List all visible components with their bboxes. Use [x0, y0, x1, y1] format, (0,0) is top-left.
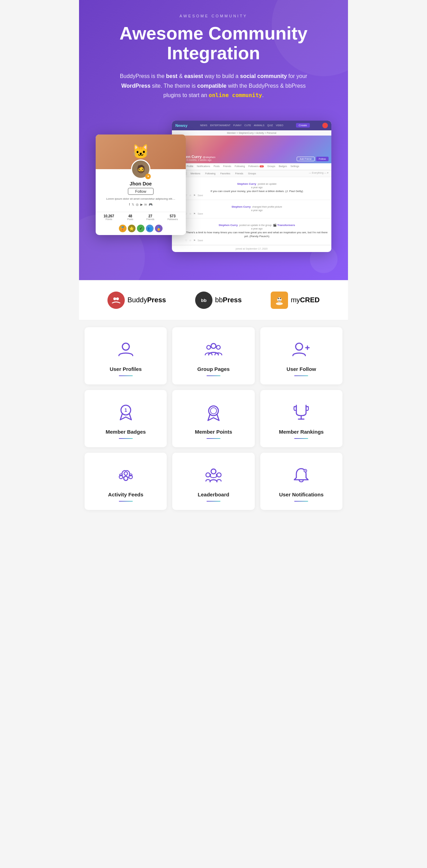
flag-icon[interactable]: ⚑ [193, 194, 195, 197]
feature-label: User Follow [266, 366, 337, 372]
svg-point-24 [124, 476, 128, 480]
instagram-icon[interactable]: ◎ [136, 203, 139, 206]
mycred-name: myCRED [291, 296, 320, 304]
flag-icon[interactable]: ⚑ [193, 212, 195, 215]
feature-divider [294, 501, 308, 502]
svg-point-27 [124, 472, 128, 475]
mycred-icon [271, 292, 288, 309]
svg-point-15 [296, 343, 303, 350]
activity-subtabs: Personal Mentions Following Favorites Fr… [172, 170, 331, 177]
feature-label: Leaderboard [178, 492, 249, 497]
facebook-icon[interactable]: f [129, 203, 130, 206]
user-avatar-small [322, 123, 328, 128]
social-links: f 𝕏 ◎ ▶ in 🎮 [101, 203, 180, 206]
tab-badges[interactable]: Badges [279, 163, 287, 170]
user-notifications-icon [290, 464, 312, 486]
feature-divider [119, 438, 133, 439]
features-section: User Profiles Group Pages [79, 320, 348, 517]
tab-notifications[interactable]: Notifications [197, 163, 210, 170]
tab-posts[interactable]: Posts [214, 163, 220, 170]
screenshots-container: 🐱 🧔 ★ Jhon Doe Follow Lorem ipsum dolor … [96, 114, 331, 259]
tab-settings[interactable]: Settings [290, 163, 299, 170]
subtab-favorites[interactable]: Favorites [219, 172, 232, 175]
feature-divider [294, 438, 308, 439]
gold-star-badge: ★ [145, 174, 151, 179]
tab-groups[interactable]: Groups [267, 163, 275, 170]
feature-label: Activity Feeds [90, 492, 161, 497]
create-button[interactable]: Create [296, 123, 310, 128]
profile-badges-row: 🥉 ⭐ ✓ 👥 🏅 [96, 223, 186, 235]
hero-description: BuddyPress is the best & easiest way to … [113, 71, 314, 100]
feature-card-user-notifications: User Notifications [260, 453, 342, 510]
linkedin-icon[interactable]: in [145, 203, 147, 206]
tab-followers[interactable]: Followers 11 [249, 163, 264, 170]
hero-title: Awesome Community Integration [86, 24, 341, 63]
profile-tabs: Activity Profile Notifications Posts Fri… [172, 163, 331, 170]
svg-point-31 [206, 473, 210, 477]
svg-point-7 [276, 302, 283, 305]
subtab-friends[interactable]: Friends [234, 172, 244, 175]
star-icon[interactable]: ☆ [189, 194, 191, 197]
subtab-groups[interactable]: Groups [247, 172, 258, 175]
subtab-mentions[interactable]: Mentions [189, 172, 202, 175]
tab-following[interactable]: Following [235, 163, 245, 170]
feature-label: Group Pages [178, 366, 249, 372]
joined-date: joined at September 17, 2020 [172, 245, 331, 252]
badge-group: 👥 [146, 225, 154, 232]
member-badges-icon: 1 [115, 401, 137, 423]
star-icon[interactable]: ☆ [189, 212, 191, 215]
svg-point-14 [216, 345, 220, 349]
feature-divider [207, 438, 220, 439]
hero-section: AWESOME COMMUNITY Awesome Community Inte… [79, 0, 348, 280]
tab-profile[interactable]: Profile [186, 163, 193, 170]
feed-item: SC Stephen Curry changed their profile p… [172, 200, 331, 218]
twitch-icon[interactable]: 🎮 [149, 203, 152, 206]
svg-point-9 [280, 298, 281, 299]
subtab-following[interactable]: Following [204, 172, 217, 175]
logos-section: BuddyPress bb bbPress myCRED [79, 280, 348, 320]
svg-text:1: 1 [124, 407, 127, 413]
badge-star: ⭐ [128, 225, 136, 232]
feed-item-content: Stephen Curry changed their profile pict… [185, 203, 329, 215]
svg-point-32 [217, 473, 221, 477]
profile-name: Jhon Doe [101, 181, 180, 186]
profile-stats: 10,267 Points 48 Posts 27 Friends 573 Fo… [96, 212, 186, 223]
add-friend-button[interactable]: Add Friend [297, 157, 315, 161]
buddypress-logo: BuddyPress [107, 292, 166, 309]
feature-label: Member Badges [90, 429, 161, 435]
svg-point-35 [305, 470, 306, 471]
svg-point-30 [211, 469, 216, 474]
twitter-icon[interactable]: 𝕏 [132, 203, 134, 206]
group-pages-icon [202, 338, 225, 361]
mycred-logo: myCRED [271, 292, 320, 309]
feed-nav: NEWS ENTERTAINMENT FUNNY CUTE ANIMALS QU… [200, 124, 283, 127]
feed-screenshot: Newsy NEWS ENTERTAINMENT FUNNY CUTE ANIM… [172, 121, 331, 252]
feed-header: Newsy NEWS ENTERTAINMENT FUNNY CUTE ANIM… [172, 121, 331, 130]
bbpress-icon: bb [195, 292, 212, 309]
follow-cover-button[interactable]: Follow [316, 157, 329, 161]
follow-button[interactable]: Follow [128, 188, 154, 195]
feature-divider [119, 375, 133, 376]
stat-points: 10,267 Points [104, 214, 114, 220]
like-icon[interactable]: ♡ [185, 239, 187, 242]
feature-label: User Profiles [90, 366, 161, 372]
flag-icon[interactable]: ⚑ [193, 239, 195, 242]
buddypress-name: BuddyPress [128, 296, 166, 304]
share-link[interactable]: Save [198, 239, 203, 242]
filter-dropdown[interactable]: — Everything — ▾ [309, 172, 329, 175]
bbpress-logo: bb bbPress [195, 292, 242, 309]
features-grid: User Profiles Group Pages [85, 327, 342, 510]
youtube-icon[interactable]: ▶ [140, 203, 143, 206]
avatar: 🧔 ★ [131, 159, 150, 179]
share-link[interactable]: Save [198, 194, 203, 197]
share-link[interactable]: Save [198, 212, 203, 215]
star-icon[interactable]: ☆ [189, 239, 191, 242]
feature-card-user-profiles: User Profiles [85, 327, 167, 384]
feed-item-content: Stephen Curry posted an update a year ag… [185, 180, 329, 197]
user-follow-icon [290, 338, 312, 361]
feature-card-member-badges: 1 Member Badges [85, 390, 167, 447]
member-rankings-icon [290, 401, 312, 423]
hero-eyebrow: AWESOME COMMUNITY [86, 14, 341, 18]
feature-card-member-points: Member Points [172, 390, 254, 447]
tab-friends[interactable]: Friends [223, 163, 231, 170]
